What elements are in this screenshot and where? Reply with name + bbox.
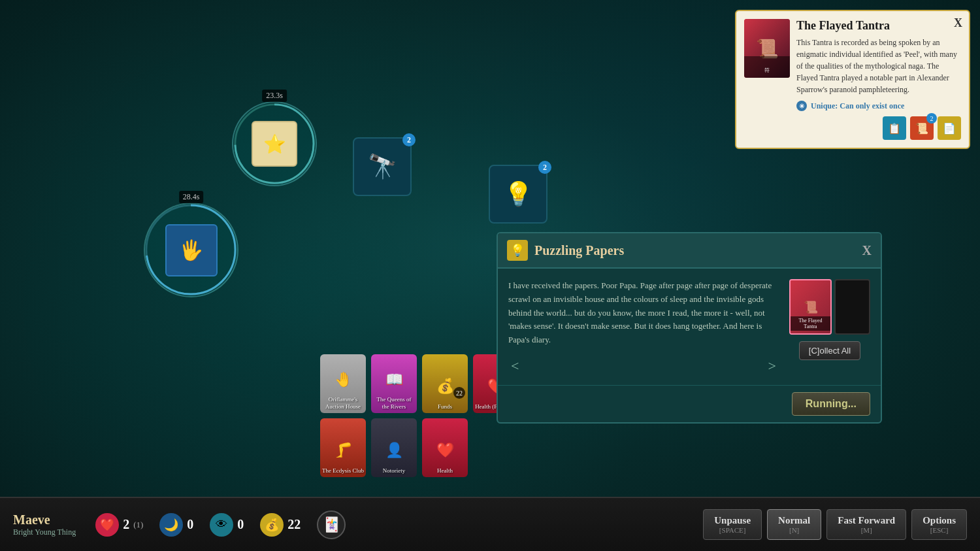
tooltip-panel: X 📜 符 The Flayed Tantra This Tantra is r…	[735, 10, 970, 149]
card-funds[interactable]: 💰 Funds 22	[422, 354, 468, 413]
fast-forward-btn[interactable]: Fast Forward [M]	[826, 509, 906, 540]
timer-slot-2[interactable]: 28.4s 🖐	[144, 203, 238, 297]
tooltip-title: The Flayed Tantra	[796, 19, 961, 33]
puzzle-close-btn[interactable]: X	[862, 243, 872, 258]
deck-icon[interactable]: 🃏	[317, 510, 346, 539]
health-sub: (1)	[133, 520, 143, 530]
card-funds-number: 22	[453, 387, 465, 399]
puzzle-card-display: 📜 The Flayed Tantra	[789, 279, 870, 335]
collect-all-btn[interactable]: [C]ollect All	[799, 341, 860, 360]
hand-row-2: 🦵 The Ecdysis Club 👤 Notoriety ❤️ Health	[320, 418, 519, 477]
options-key: [ESC]	[923, 526, 956, 534]
unpause-btn[interactable]: Unpause [SPACE]	[703, 509, 762, 540]
resource-health: ❤️ 2 (1)	[95, 513, 143, 537]
normal-btn[interactable]: Normal [N]	[767, 509, 821, 540]
square-slot-telescope[interactable]: 🔭 2	[353, 137, 412, 196]
tooltip-icon-1[interactable]: 📋	[883, 116, 906, 140]
unique-icon: ✳	[796, 101, 807, 111]
puzzle-mini-card-main[interactable]: 📜 The Flayed Tantra	[789, 279, 832, 335]
game-board: 23.3s ⭐ 28.4s 🖐 🔭 2 💡 2	[0, 0, 980, 497]
card-ecdysis[interactable]: 🦵 The Ecdysis Club	[320, 418, 366, 477]
running-btn[interactable]: Running...	[792, 392, 870, 416]
unique-text: Unique: Can only exist once	[811, 101, 904, 111]
card-queens-label: The Queens of the Rivers	[371, 396, 417, 410]
tooltip-header: 📜 符 The Flayed Tantra This Tantra is rec…	[744, 19, 961, 111]
tooltip-card-image: 📜 符	[744, 19, 790, 78]
puzzle-title-icon: 💡	[507, 240, 528, 261]
tooltip-badge: 2	[926, 113, 937, 124]
puzzle-nav: < >	[508, 358, 779, 375]
health-icon: ❤️	[95, 513, 119, 537]
card-health[interactable]: ❤️ Health	[422, 418, 468, 477]
card-notoriety[interactable]: 👤 Notoriety	[371, 418, 417, 477]
puzzle-mini-card-dark	[834, 279, 870, 335]
gold-icon: 💰	[260, 513, 284, 537]
normal-key: [N]	[778, 526, 810, 534]
puzzle-next-btn[interactable]: >	[768, 358, 776, 375]
hand-cards: 🤚 Oriflamme's Auction House 📖 The Queens…	[320, 354, 519, 477]
fast-forward-key: [M]	[838, 526, 895, 534]
tooltip-title-area: The Flayed Tantra This Tantra is recorde…	[796, 19, 961, 111]
card-notoriety-label: Notoriety	[382, 467, 407, 475]
tooltip-unique: ✳ Unique: Can only exist once	[796, 101, 961, 111]
player-info: Maeve Bright Young Thing	[13, 512, 76, 537]
slot-badge-1: 2	[402, 133, 416, 146]
unpause-label: Unpause	[714, 515, 751, 526]
puzzle-body: I have received the papers. Poor Papa. P…	[498, 269, 881, 385]
card-auction-house[interactable]: 🤚 Oriflamme's Auction House	[320, 354, 366, 413]
bottom-bar: Maeve Bright Young Thing ❤️ 2 (1) 🌙 0 👁 …	[0, 497, 980, 551]
deck-item: 🃏	[317, 510, 346, 539]
puzzle-header: 💡 Puzzling Papers X	[498, 233, 881, 269]
player-name: Maeve	[13, 512, 76, 527]
tooltip-icon-3[interactable]: 📄	[938, 116, 961, 140]
slot-2-timer: 28.4s	[179, 191, 204, 203]
hand-row-1: 🤚 Oriflamme's Auction House 📖 The Queens…	[320, 354, 519, 413]
puzzle-text-area: I have received the papers. Poor Papa. P…	[508, 279, 779, 375]
tooltip-close-btn[interactable]: X	[954, 16, 962, 30]
puzzle-text: I have received the papers. Poor Papa. P…	[508, 279, 779, 347]
timer-slot-1[interactable]: 23.3s ⭐	[232, 101, 317, 186]
slot-1-timer: 23.3s	[262, 90, 287, 102]
card-health-label: Health	[436, 467, 454, 475]
puzzle-panel: 💡 Puzzling Papers X I have received the …	[497, 232, 882, 424]
options-label: Options	[923, 515, 956, 526]
teal-value: 0	[237, 517, 244, 532]
resource-teal: 👁 0	[210, 513, 244, 537]
puzzle-prev-btn[interactable]: <	[511, 358, 519, 375]
control-buttons: Unpause [SPACE] Normal [N] Fast Forward …	[703, 509, 967, 540]
slot-badge-2: 2	[538, 161, 551, 174]
square-slot-bulb[interactable]: 💡 2	[489, 165, 547, 224]
tooltip-icon-2[interactable]: 📜 2	[910, 116, 934, 140]
puzzle-footer: Running...	[498, 385, 881, 422]
tooltip-footer: 📋 📜 2 📄	[744, 116, 961, 140]
health-value: 2	[123, 517, 129, 532]
puzzle-cards-area: 📜 The Flayed Tantra [C]ollect All	[789, 279, 870, 375]
card-queens-rivers[interactable]: 📖 The Queens of the Rivers	[371, 354, 417, 413]
puzzle-mini-card-label: The Flayed Tantra	[791, 316, 830, 331]
tooltip-desc: This Tantra is recorded as being spoken …	[796, 37, 961, 95]
options-btn[interactable]: Options [ESC]	[911, 509, 967, 540]
gold-value: 22	[287, 517, 301, 532]
fast-forward-label: Fast Forward	[838, 515, 895, 526]
unpause-key: [SPACE]	[714, 526, 751, 534]
puzzle-title: Puzzling Papers	[534, 243, 856, 258]
blue-icon: 🌙	[159, 513, 183, 537]
resource-gold: 💰 22	[260, 513, 301, 537]
resource-blue: 🌙 0	[159, 513, 193, 537]
teal-icon: 👁	[210, 513, 233, 537]
player-subtitle: Bright Young Thing	[13, 527, 76, 537]
blue-value: 0	[187, 517, 193, 532]
card-ecdysis-label: The Ecdysis Club	[321, 467, 365, 475]
card-funds-label: Funds	[436, 403, 453, 410]
card-auction-house-label: Oriflamme's Auction House	[320, 396, 366, 410]
normal-label: Normal	[778, 515, 810, 526]
